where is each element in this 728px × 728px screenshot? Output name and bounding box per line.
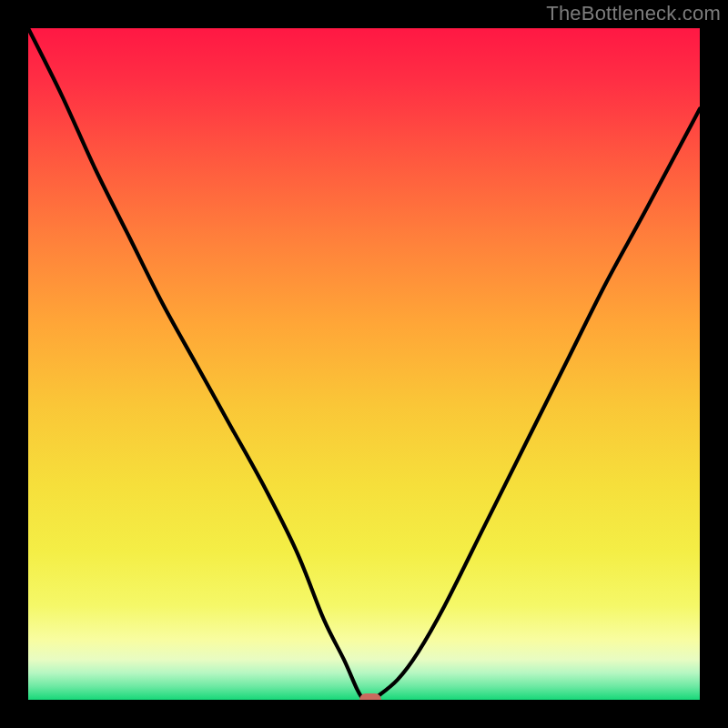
optimal-point-marker <box>359 693 381 700</box>
watermark-text: TheBottleneck.com <box>546 2 721 25</box>
bottleneck-curve <box>28 28 700 700</box>
chart-frame: TheBottleneck.com <box>0 0 728 728</box>
plot-area <box>28 28 700 700</box>
